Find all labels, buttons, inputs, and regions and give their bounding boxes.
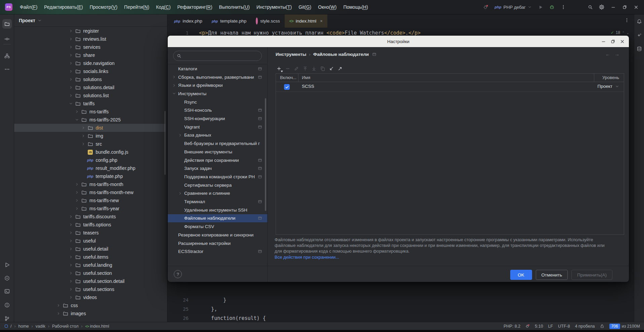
tree-folder-solutions.detail[interactable]: solutions.detail xyxy=(14,83,165,91)
tree-folder-ms-tariffs-new[interactable]: ms-tariffs-new xyxy=(14,196,165,205)
chevron-right-icon[interactable] xyxy=(69,238,73,243)
chevron-right-icon[interactable] xyxy=(69,263,73,267)
chevron-right-icon[interactable] xyxy=(69,29,73,33)
export-watcher-icon[interactable] xyxy=(337,66,343,72)
ide-settings-gear-icon[interactable] xyxy=(597,3,606,11)
settings-item-Действия при сохранении[interactable]: Действия при сохранении xyxy=(168,156,267,164)
project-root-icon[interactable] xyxy=(5,325,8,328)
settings-item-Каталоги[interactable]: Каталоги xyxy=(168,65,267,73)
commit-tool-icon[interactable] xyxy=(2,34,12,44)
watcher-enabled-checkbox[interactable] xyxy=(284,84,290,90)
project-panel-header[interactable]: Проект xyxy=(14,14,167,27)
status--2100m[interactable]: из 2100M xyxy=(622,324,640,329)
add-watcher-icon[interactable] xyxy=(276,66,282,72)
chevron-right-icon[interactable] xyxy=(69,93,73,98)
chevron-right-icon[interactable] xyxy=(56,303,61,308)
tree-folder-useful.items[interactable]: useful.items xyxy=(14,253,165,261)
project-tool-icon[interactable] xyxy=(2,19,12,29)
forward-arrow-icon[interactable]: → xyxy=(614,51,619,57)
chevron-right-icon[interactable] xyxy=(69,255,73,259)
chevron-right-icon[interactable] xyxy=(69,45,73,49)
chevron-right-icon[interactable] xyxy=(69,230,73,235)
settings-item-Веб-браузеры и предварительный п[interactable]: Веб-браузеры и предварительный п xyxy=(168,139,267,148)
column-level[interactable]: Уровень xyxy=(602,75,619,80)
status-utf-8[interactable]: UTF-8 xyxy=(558,324,570,329)
tab-index.php[interactable]: phpindex.php xyxy=(169,14,207,28)
settings-item-Инструменты[interactable]: Инструменты xyxy=(168,89,267,98)
menu-R[interactable]: Рефакторинг(R) xyxy=(175,3,215,11)
breadcrumb-item[interactable]: vadik xyxy=(36,324,45,329)
chevron-right-icon[interactable] xyxy=(75,190,79,195)
import-watcher-icon[interactable] xyxy=(329,66,334,72)
debugger-disabled-icon[interactable] xyxy=(525,324,530,328)
tree-folder-videos[interactable]: videos xyxy=(14,293,165,301)
chevron-right-icon[interactable] xyxy=(69,61,73,66)
tab-options-kebab-icon[interactable] xyxy=(625,18,629,23)
settings-item-Запуск задач[interactable]: Запуск задач xyxy=(168,164,267,173)
run-tool-icon[interactable] xyxy=(2,260,12,269)
window-close-icon[interactable] xyxy=(631,3,641,11)
project-tree-scrollbar[interactable] xyxy=(164,111,166,175)
tree-folder-solutions[interactable]: solutions xyxy=(14,75,165,83)
tree-folder-tariffs.discounts[interactable]: tariffs.discounts xyxy=(14,213,165,221)
tree-folder-ms-tariffs-month-new[interactable]: ms-tariffs-month-new xyxy=(14,188,165,196)
menu-W[interactable]: Окно(W) xyxy=(315,3,339,11)
database-tool-icon[interactable] xyxy=(635,44,643,53)
chevron-down-icon[interactable] xyxy=(172,91,176,96)
run-button[interactable] xyxy=(536,3,545,11)
chevron-right-icon[interactable] xyxy=(69,279,73,284)
settings-item-Vagrant[interactable]: Vagrant xyxy=(168,123,267,131)
run-configuration-select[interactable]: phpPHP дебаг xyxy=(492,5,534,10)
settings-item-Rsync[interactable]: Rsync xyxy=(168,98,267,106)
settings-item-SSH-консоль[interactable]: SSH-консоль xyxy=(168,106,267,115)
tab-close-icon[interactable]: × xyxy=(320,19,323,24)
settings-item-Сертификаты сервера[interactable]: Сертификаты сервера xyxy=(168,181,267,189)
chevron-right-icon[interactable] xyxy=(69,85,73,90)
search-everywhere-icon[interactable] xyxy=(586,3,595,11)
tree-file-bundle.config.js[interactable]: JSbundle.config.js xyxy=(14,148,165,156)
tree-folder-dist[interactable]: dist xyxy=(14,124,165,132)
settings-tree-scrollbar[interactable] xyxy=(265,98,266,211)
next-problem-icon[interactable]: ⌄ xyxy=(627,31,629,35)
structure-tool-icon[interactable] xyxy=(2,51,12,61)
tree-folder-register[interactable]: register xyxy=(14,27,165,35)
tree-folder-ms-tariffs[interactable]: ms-tariffs xyxy=(14,108,165,116)
tree-folder-useful[interactable]: useful xyxy=(14,237,165,245)
problems-tool-icon[interactable] xyxy=(2,300,12,310)
tab-index.html[interactable]: <>index.html× xyxy=(285,14,327,28)
column-name[interactable]: Имя xyxy=(302,75,310,80)
settings-item-Форматы CSV[interactable]: Форматы CSV xyxy=(168,222,267,231)
column-enabled[interactable]: Включ... xyxy=(280,75,296,80)
tree-file-template.php[interactable]: phptemplate.php xyxy=(14,172,165,180)
settings-item-Сборка, выполнение, развертывание[interactable]: Сборка, выполнение, развертывание xyxy=(168,73,267,81)
chevron-down-icon[interactable] xyxy=(75,117,79,122)
breadcrumb-item[interactable]: Рабочий стол xyxy=(52,324,78,329)
tree-file-config.php[interactable]: phpconfig.php xyxy=(14,156,165,164)
settings-item-Сравнение и слияние[interactable]: Сравнение и слияние xyxy=(168,189,267,198)
menu-G[interactable]: Git(G) xyxy=(296,3,314,11)
ai-assistant-icon[interactable] xyxy=(635,31,643,39)
chevron-right-icon[interactable] xyxy=(69,271,73,275)
status-5-10[interactable]: 5:10 xyxy=(535,324,543,329)
ok-button[interactable]: OK xyxy=(510,270,532,280)
chevron-down-icon[interactable] xyxy=(69,101,73,106)
dialog-close-icon[interactable] xyxy=(619,39,625,44)
chevron-right-icon[interactable] xyxy=(75,182,79,187)
cancel-button[interactable]: Отменить xyxy=(536,270,568,280)
settings-search-field[interactable] xyxy=(173,51,262,61)
status-4-[interactable]: 4 пробела xyxy=(575,324,595,329)
chevron-right-icon[interactable] xyxy=(178,133,183,138)
chevron-right-icon[interactable] xyxy=(75,206,79,211)
tree-folder-ms-tariffs-month[interactable]: ms-tariffs-month xyxy=(14,180,165,188)
tree-folder-ms-tariffs-year[interactable]: ms-tariffs-year xyxy=(14,205,165,213)
tab-template.php[interactable]: phptemplate.php xyxy=(207,14,251,28)
chevron-right-icon[interactable] xyxy=(69,287,73,292)
menu-T[interactable]: Инструменты(T) xyxy=(254,3,294,11)
memory-indicator-used[interactable]: 706 xyxy=(609,324,620,329)
tree-folder-css[interactable]: css xyxy=(14,301,165,309)
menu-N[interactable]: Перейти(N) xyxy=(121,3,152,11)
tree-file-result_modifier.php[interactable]: phpresult_modifier.php xyxy=(14,164,165,172)
chevron-right-icon[interactable] xyxy=(69,247,73,251)
tree-folder-share[interactable]: share xyxy=(14,51,165,59)
chevron-right-icon[interactable] xyxy=(56,311,61,316)
